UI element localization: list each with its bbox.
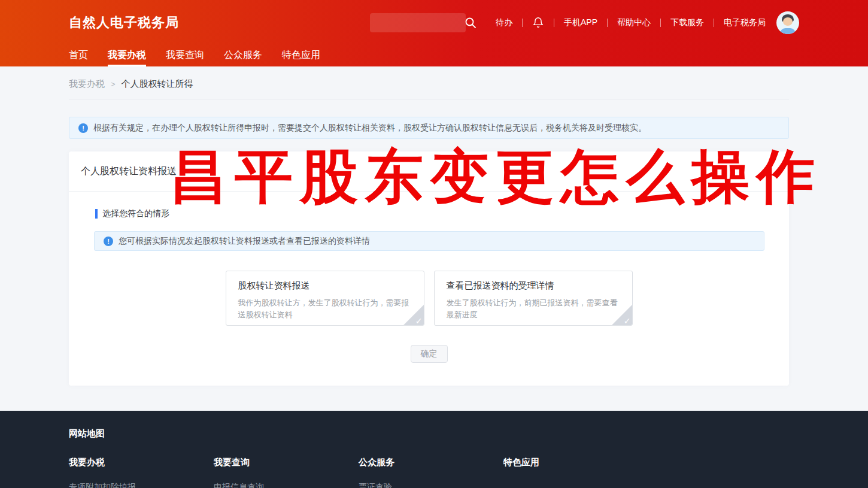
inner-notice-banner: ! 您可根据实际情况发起股权转让资料报送或者查看已报送的资料详情: [94, 231, 764, 251]
breadcrumb-current: 个人股权转让所得: [122, 78, 193, 90]
header: 自然人电子税务局 待办 手机APP 帮助中心 下载服务 电子税务局: [0, 0, 868, 66]
nav-featured-apps[interactable]: 特色应用: [282, 45, 320, 66]
top-notice-banner: ! 根据有关规定，在办理个人股权转让所得申报时，需要提交个人股权转让相关资料，股…: [69, 117, 789, 139]
site-logo: 自然人电子税务局: [69, 14, 179, 32]
option-description: 我作为股权转让方，发生了股权转让行为，需要报送股权转让资料: [238, 297, 412, 321]
nav-home[interactable]: 首页: [69, 45, 88, 66]
footer-col-title: 我要办税: [69, 457, 214, 468]
notification-bell-icon[interactable]: [532, 16, 544, 29]
section-accent-bar: [95, 209, 98, 219]
options-row: 股权转让资料报送 我作为股权转让方，发生了股权转让行为，需要报送股权转让资料 ✓…: [69, 271, 789, 326]
download-service-link[interactable]: 下载服务: [670, 17, 704, 28]
option-description: 发生了股权转让行为，前期已报送资料，需要查看最新进度: [447, 297, 620, 321]
info-icon: !: [78, 123, 88, 133]
section-label: 选择您符合的情形: [95, 208, 789, 219]
confirm-button[interactable]: 确定: [411, 345, 448, 363]
user-avatar[interactable]: [776, 11, 799, 34]
nav-query[interactable]: 我要查询: [166, 45, 204, 66]
footer-col-tax-handling: 我要办税 专项附加扣除填报: [69, 457, 214, 488]
avatar-face: [783, 17, 793, 26]
header-right-menu: 待办 手机APP 帮助中心 下载服务 电子税务局: [370, 11, 799, 34]
section-label-text: 选择您符合的情形: [102, 208, 169, 219]
top-notice-text: 根据有关规定，在办理个人股权转让所得申报时，需要提交个人股权转让相关资料，股权受…: [93, 123, 647, 134]
footer-link[interactable]: 专项附加扣除填报: [69, 482, 214, 488]
footer-columns: 我要办税 专项附加扣除填报 我要查询 申报信息查询 公众服务 票证查验 特色应用: [69, 457, 868, 488]
search-icon[interactable]: [465, 17, 477, 29]
footer-col-featured-apps: 特色应用: [503, 457, 648, 488]
panel-header: 个人股权转让资料报送: [69, 151, 789, 192]
search-input[interactable]: [370, 13, 466, 32]
footer-link[interactable]: 票证查验: [359, 482, 503, 488]
divider: [522, 19, 523, 27]
inner-notice-text: 您可根据实际情况发起股权转让资料报送或者查看已报送的资料详情: [119, 236, 370, 247]
footer-col-title: 公众服务: [359, 457, 503, 468]
sitemap-title: 网站地图: [69, 428, 868, 439]
option-card-view-progress[interactable]: 查看已报送资料的受理详情 发生了股权转让行为，前期已报送资料，需要查看最新进度 …: [434, 271, 633, 326]
main-panel: 个人股权转让资料报送 选择您符合的情形 ! 您可根据实际情况发起股权转让资料报送…: [69, 151, 789, 386]
footer-col-public-service: 公众服务 票证查验: [359, 457, 503, 488]
confirm-row: 确定: [69, 345, 789, 363]
info-icon: !: [104, 237, 113, 246]
footer-col-query: 我要查询 申报信息查询: [214, 457, 359, 488]
footer: 网站地图 我要办税 专项附加扣除填报 我要查询 申报信息查询 公众服务 票证查验…: [0, 411, 868, 488]
header-top: 自然人电子税务局 待办 手机APP 帮助中心 下载服务 电子税务局: [0, 0, 868, 45]
help-center-link[interactable]: 帮助中心: [617, 17, 651, 28]
breadcrumb-separator: >: [111, 80, 116, 89]
checkmark-icon: ✓: [415, 317, 423, 325]
option-title: 股权转让资料报送: [238, 280, 412, 292]
breadcrumb-divider: [69, 99, 789, 99]
divider: [714, 19, 714, 27]
breadcrumb-parent[interactable]: 我要办税: [69, 78, 105, 90]
footer-col-title: 特色应用: [503, 457, 648, 468]
panel-title: 个人股权转让资料报送: [81, 165, 177, 178]
nav-tax-handling[interactable]: 我要办税: [108, 45, 146, 66]
etax-bureau-link[interactable]: 电子税务局: [724, 17, 766, 28]
search-wrap: [370, 13, 477, 32]
breadcrumb: 我要办税 > 个人股权转让所得: [69, 78, 868, 90]
main-nav: 首页 我要办税 我要查询 公众服务 特色应用: [0, 45, 868, 66]
nav-public-service[interactable]: 公众服务: [224, 45, 262, 66]
footer-link[interactable]: 申报信息查询: [214, 482, 359, 488]
avatar-shirt: [780, 28, 796, 34]
divider: [660, 19, 661, 27]
mobile-app-link[interactable]: 手机APP: [564, 17, 597, 28]
checkmark-icon: ✓: [624, 317, 631, 325]
footer-col-title: 我要查询: [214, 457, 359, 468]
divider: [607, 19, 608, 27]
option-title: 查看已报送资料的受理详情: [447, 280, 620, 292]
todo-link[interactable]: 待办: [496, 17, 512, 28]
divider: [554, 19, 554, 27]
option-card-submit-materials[interactable]: 股权转让资料报送 我作为股权转让方，发生了股权转让行为，需要报送股权转让资料 ✓: [226, 271, 424, 326]
